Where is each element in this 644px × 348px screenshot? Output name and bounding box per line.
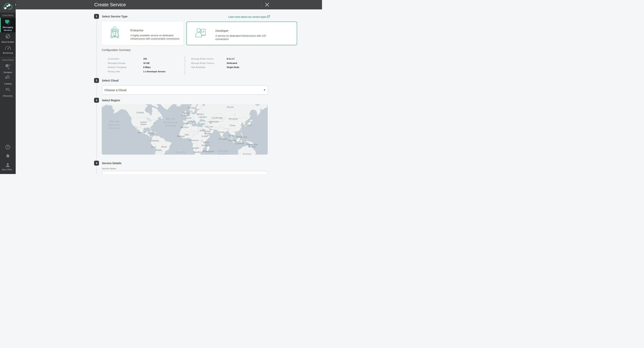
svg-text:Kingdom: Kingdom: [182, 114, 190, 116]
svg-text:Morocco: Morocco: [180, 126, 189, 128]
svg-text:Senegal: Senegal: [177, 135, 184, 137]
svg-text:Brazil: Brazil: [161, 146, 167, 148]
svg-text:Canada: Canada: [136, 111, 144, 114]
svg-text:Arabia: Arabia: [205, 132, 211, 134]
svg-text:Malaysia: Malaysia: [228, 139, 237, 142]
svg-text:Atlantic: Atlantic: [164, 121, 178, 124]
svg-text:Philippines: Philippines: [237, 136, 247, 138]
svg-text:Ocean: Ocean: [165, 124, 176, 127]
svg-text:Indian: Indian: [218, 150, 229, 152]
svg-text:Belarus: Belarus: [196, 113, 204, 115]
svg-text:Iraq: Iraq: [205, 126, 209, 128]
svg-text:Uzbekistan: Uzbekistan: [208, 120, 219, 123]
svg-text:States: States: [140, 123, 146, 126]
svg-text:Tanzania: Tanzania: [202, 144, 210, 146]
svg-text:Namibia: Namibia: [194, 151, 202, 153]
svg-text:India: India: [220, 131, 224, 133]
svg-text:Cameroon: Cameroon: [189, 139, 199, 142]
svg-text:Ocean: Ocean: [218, 153, 229, 154]
svg-text:Madagascar: Madagascar: [202, 150, 214, 152]
svg-text:Russia: Russia: [227, 106, 234, 108]
svg-text:Thailand: Thailand: [228, 134, 236, 137]
svg-text:Ocean: Ocean: [109, 127, 120, 130]
svg-text:Ukraine: Ukraine: [200, 116, 207, 118]
svg-text:Italy: Italy: [191, 120, 195, 123]
svg-text:Kazakhstan: Kazakhstan: [212, 116, 223, 119]
svg-text:Mexico: Mexico: [138, 131, 145, 134]
svg-text:Sudan: Sudan: [202, 135, 208, 137]
svg-text:Guinea: Guinea: [248, 146, 256, 148]
svg-text:Bolivia: Bolivia: [156, 149, 162, 151]
svg-text:Angola: Angola: [192, 147, 199, 149]
svg-text:China: China: [230, 124, 236, 126]
svg-text:Turkey: Turkey: [199, 122, 206, 125]
svg-text:Pacific: Pacific: [108, 124, 121, 126]
svg-text:Sri Lanka: Sri Lanka: [218, 138, 228, 140]
svg-text:Australia: Australia: [243, 153, 252, 155]
svg-text:North: North: [166, 118, 176, 120]
svg-text:Peru: Peru: [151, 146, 156, 148]
svg-text:France: France: [185, 117, 192, 119]
svg-text:Egypt: Egypt: [200, 129, 205, 131]
svg-text:Cuba: Cuba: [149, 132, 155, 134]
svg-text:Colombia: Colombia: [150, 140, 159, 142]
svg-text:Indonesia: Indonesia: [235, 142, 244, 144]
svg-text:Mongolia: Mongolia: [229, 118, 238, 120]
svg-text:Japan: Japan: [246, 124, 252, 126]
svg-text:Iran: Iran: [210, 126, 213, 128]
svg-text:North: North: [110, 120, 120, 123]
svg-text:Norway: Norway: [188, 106, 195, 109]
svg-text:South: South: [176, 151, 186, 154]
svg-text:Spain: Spain: [182, 122, 188, 124]
svg-text:Mali: Mali: [185, 134, 189, 136]
svg-text:Kenya: Kenya: [203, 141, 209, 144]
